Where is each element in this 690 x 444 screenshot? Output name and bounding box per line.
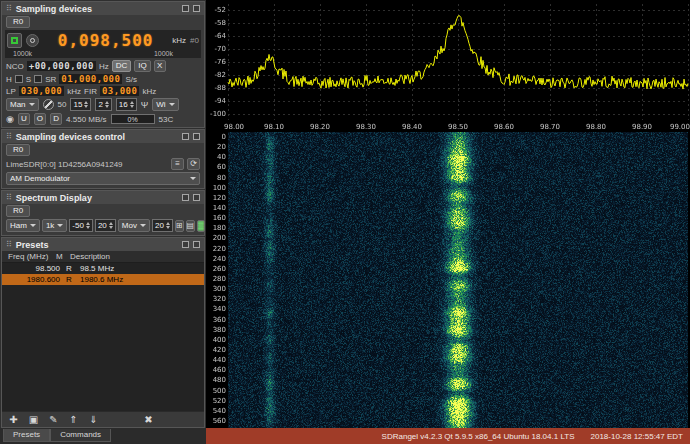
export-preset-button[interactable]: ⇑ bbox=[67, 414, 80, 426]
waterfall-canvas[interactable] bbox=[206, 132, 690, 428]
ref-level-stepper[interactable]: -50 bbox=[69, 219, 93, 232]
detach-icon[interactable] bbox=[193, 194, 200, 201]
spectrum-canvas[interactable] bbox=[206, 0, 690, 132]
import-preset-button[interactable]: ⇓ bbox=[87, 414, 100, 426]
gain-dial[interactable] bbox=[43, 99, 54, 110]
histogram-toggle-button[interactable]: ▤ bbox=[186, 220, 196, 232]
rollup-icon[interactable] bbox=[182, 5, 189, 12]
clock-text: 2018-10-28 12:55:47 EDT bbox=[590, 432, 683, 441]
fir-unit: kHz bbox=[142, 87, 156, 96]
device-control-tab-r0[interactable]: R0 bbox=[6, 144, 30, 156]
sidebar-tab-bar: Presets Commands bbox=[0, 428, 206, 444]
new-preset-button[interactable]: ✚ bbox=[7, 414, 20, 426]
averaging-count-stepper[interactable]: 20 bbox=[152, 219, 173, 232]
column-description: Description bbox=[70, 251, 204, 262]
drag-handle-icon: ⠿ bbox=[6, 5, 12, 13]
chevron-down-icon bbox=[140, 224, 146, 230]
device-set-tab-r0[interactable]: R0 bbox=[6, 16, 30, 28]
stepper-arrows-icon[interactable] bbox=[109, 220, 113, 231]
drag-handle-icon: ⠿ bbox=[6, 194, 12, 202]
rollup-icon[interactable] bbox=[182, 133, 189, 140]
broadcast-icon: ◉ bbox=[6, 114, 14, 124]
record-button[interactable] bbox=[26, 34, 39, 47]
presets-table[interactable]: 98.500 R 98.5 MHz 1980.600 R 1980.6 MHz bbox=[2, 263, 204, 411]
start-stop-button[interactable] bbox=[7, 33, 22, 48]
fir-value[interactable]: 03,000 bbox=[100, 86, 140, 96]
sample-rate-unit: S/s bbox=[125, 75, 137, 84]
stepper-arrows-icon[interactable] bbox=[84, 99, 88, 110]
spectrum-area: SDRangel v4.2.3 Qt 5.9.5 x86_64 Ubuntu 1… bbox=[206, 0, 690, 444]
tab-commands[interactable]: Commands bbox=[50, 429, 111, 442]
tia-gain-stepper[interactable]: 2 bbox=[95, 98, 111, 111]
stepper-arrows-icon[interactable] bbox=[105, 99, 109, 110]
temperature-value: 53C bbox=[159, 115, 174, 124]
antenna-select[interactable]: Wi bbox=[152, 98, 178, 111]
dropped-button[interactable]: D bbox=[50, 113, 62, 125]
frequency-unit-label: kHz bbox=[172, 36, 186, 45]
spectrum-display-title: Spectrum Display bbox=[16, 193, 178, 203]
stepper-arrows-icon[interactable] bbox=[166, 220, 170, 231]
spectrum-display-header[interactable]: ⠿ Spectrum Display bbox=[2, 191, 204, 204]
fir-label: FIR bbox=[84, 87, 97, 96]
tab-presets[interactable]: Presets bbox=[3, 429, 50, 442]
nco-label: NCO bbox=[6, 62, 24, 71]
stepper-arrows-icon[interactable] bbox=[130, 99, 134, 110]
status-bar: SDRangel v4.2.3 Qt 5.9.5 x86_64 Ubuntu 1… bbox=[206, 428, 690, 444]
chevron-down-icon bbox=[29, 103, 35, 109]
software-decim-label: S bbox=[26, 75, 31, 84]
detach-icon[interactable] bbox=[193, 133, 200, 140]
range-stepper[interactable]: 20 bbox=[95, 219, 116, 232]
column-freq: Freq (MHz) bbox=[4, 251, 56, 262]
frequency-display-block: 0,098,500 kHz #0 1000k 1000k bbox=[5, 30, 201, 58]
stepper-arrows-icon[interactable] bbox=[86, 220, 90, 231]
reload-device-button[interactable]: ⟳ bbox=[187, 158, 200, 170]
rollup-icon[interactable] bbox=[182, 241, 189, 248]
nco-frequency-value[interactable]: +00,000,000 bbox=[27, 61, 96, 71]
presets-panel: ⠿ Presets Freq (MHz) M Description 98.50… bbox=[1, 237, 205, 428]
lowpass-value[interactable]: 030,000 bbox=[19, 86, 64, 96]
waterfall-toggle-button[interactable]: ▓ bbox=[197, 220, 205, 232]
delete-preset-button[interactable]: ✖ bbox=[142, 414, 155, 426]
lowpass-label: LP bbox=[6, 87, 16, 96]
preset-row[interactable]: 98.500 R 98.5 MHz bbox=[2, 263, 204, 274]
fft-window-select[interactable]: Ham bbox=[6, 219, 40, 232]
transverter-button[interactable]: X bbox=[154, 60, 166, 72]
version-text: SDRangel v4.2.3 Qt 5.9.5 x86_64 Ubuntu 1… bbox=[382, 432, 575, 441]
averaging-mode-select[interactable]: Mov bbox=[118, 219, 150, 232]
rollup-icon[interactable] bbox=[182, 194, 189, 201]
chevron-down-icon bbox=[30, 224, 36, 230]
channel-select[interactable]: AM Demodulator bbox=[6, 172, 200, 185]
fft-size-select[interactable]: 1k bbox=[42, 219, 67, 232]
drag-handle-icon: ⠿ bbox=[6, 241, 12, 249]
preset-row-selected[interactable]: 1980.600 R 1980.6 MHz bbox=[2, 274, 204, 285]
device-control-header[interactable]: ⠿ Sampling devices control bbox=[2, 130, 204, 143]
detach-icon[interactable] bbox=[193, 5, 200, 12]
antenna-icon: Ψ bbox=[141, 100, 149, 110]
dc-block-button[interactable]: DC bbox=[112, 60, 132, 72]
sampling-devices-title: Sampling devices bbox=[16, 4, 178, 14]
hardware-decim-checkbox[interactable] bbox=[15, 75, 23, 83]
center-frequency-display[interactable]: 0,098,500 bbox=[43, 31, 168, 50]
detach-icon[interactable] bbox=[193, 241, 200, 248]
record-icon bbox=[30, 38, 35, 43]
change-device-button[interactable]: ≡ bbox=[171, 158, 184, 170]
buffer-gauge: 0% bbox=[111, 114, 155, 124]
gain-value: 50 bbox=[58, 100, 67, 109]
lna-gain-stepper[interactable]: 15 bbox=[70, 98, 91, 111]
sampling-devices-header[interactable]: ⠿ Sampling devices bbox=[2, 2, 204, 15]
spectrum-tab-r0[interactable]: R0 bbox=[6, 205, 30, 217]
device-control-panel: ⠿ Sampling devices control R0 LimeSDR[0:… bbox=[1, 129, 205, 189]
pga-gain-stepper[interactable]: 16 bbox=[116, 98, 137, 111]
edit-preset-button[interactable]: ✎ bbox=[47, 414, 60, 426]
presets-header[interactable]: ⠿ Presets bbox=[2, 238, 204, 251]
nco-unit-label: Hz bbox=[99, 62, 109, 71]
iq-correction-button[interactable]: IQ bbox=[134, 60, 150, 72]
usb-mode-button[interactable]: U bbox=[18, 113, 30, 125]
frequency-step-left: 1000k bbox=[13, 50, 32, 57]
software-decim-checkbox[interactable] bbox=[34, 75, 42, 83]
overrun-button[interactable]: O bbox=[34, 113, 46, 125]
grid-toggle-button[interactable]: ⊞ bbox=[175, 220, 184, 232]
sample-rate-value[interactable]: 01,000,000 bbox=[59, 74, 122, 84]
save-preset-button[interactable]: ▣ bbox=[27, 414, 40, 426]
gain-mode-select[interactable]: Man bbox=[6, 98, 39, 111]
